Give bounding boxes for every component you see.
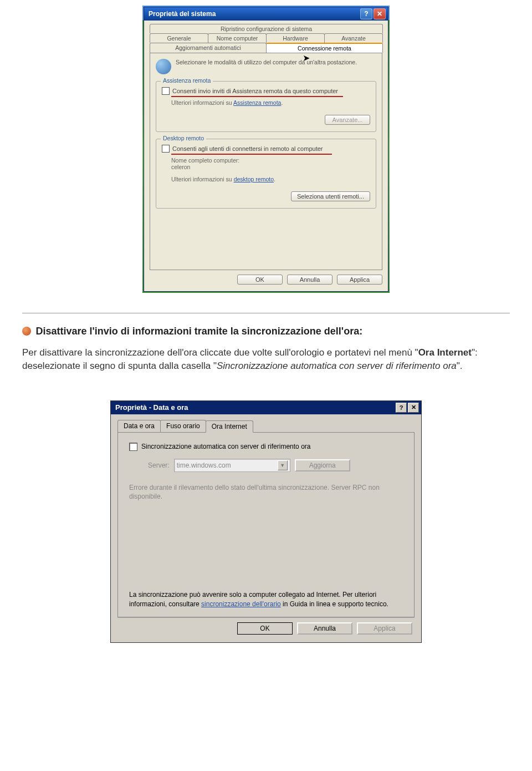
tab-internet-time[interactable]: Ora Internet	[206, 420, 253, 433]
dialog-date-time: Proprietà - Data e ora ? ✕ Data e ora Fu…	[110, 400, 422, 643]
cancel-button[interactable]: Annulla	[297, 622, 352, 635]
tab-system-restore[interactable]: Ripristino configurazione di sistema	[150, 24, 383, 33]
checkbox-remote-assistance[interactable]	[162, 87, 170, 95]
checkbox-label: Consenti invio inviti di Assistenza remo…	[172, 88, 338, 94]
cancel-button[interactable]: Annulla	[287, 275, 332, 285]
computer-name-value: celeron	[171, 164, 370, 170]
screenshot-system-properties: Proprietà del sistema ? ✕ Ripristino con…	[142, 6, 390, 293]
ok-button[interactable]: OK	[237, 622, 293, 635]
tab-computer-name[interactable]: Nome computer	[208, 33, 267, 43]
select-remote-users-button[interactable]: Seleziona utenti remoti...	[291, 191, 370, 201]
bullet-icon	[22, 327, 31, 336]
info-text: Ulteriori informazioni su desktop remoto…	[171, 176, 370, 182]
tab-date-time[interactable]: Data e ora	[117, 420, 161, 432]
update-button[interactable]: Aggiorna	[295, 459, 350, 471]
help-button[interactable]: ?	[360, 8, 372, 19]
footer-text: La sincronizzazione può avvenire solo a …	[129, 590, 403, 609]
checkbox-label: Sincronizzazione automatica con server d…	[141, 443, 310, 450]
paragraph: Per disattivare la sincronizzazione dell…	[22, 346, 510, 373]
error-text: Errore durante il rilevamento dello stat…	[129, 483, 403, 502]
dialog-system-properties: Proprietà del sistema ? ✕ Ripristino con…	[144, 7, 388, 292]
tab-remote-connection[interactable]: Connessione remota	[266, 43, 383, 53]
group-title: Assistenza remota	[161, 77, 213, 84]
tab-panel-internet-time: Sincronizzazione automatica con server d…	[117, 433, 415, 617]
tab-panel-remote: ➤ Selezionare le modalità di utilizzo de…	[150, 53, 382, 270]
apply-button[interactable]: Applica	[357, 622, 412, 635]
window-title: Proprietà - Data e ora	[115, 403, 188, 412]
titlebar: Proprietà del sistema ? ✕	[144, 7, 388, 21]
computer-name-label: Nome completo computer:	[171, 157, 370, 164]
chevron-down-icon: ▼	[278, 460, 288, 470]
checkbox-remote-desktop[interactable]	[162, 145, 170, 153]
close-button[interactable]: ✕	[374, 8, 386, 19]
divider	[22, 313, 510, 313]
annotation-underline	[171, 154, 332, 155]
tab-auto-updates[interactable]: Aggiornamenti automatici	[150, 43, 267, 53]
group-remote-desktop: Desktop remoto Consenti agli utenti di c…	[156, 139, 376, 209]
titlebar: Proprietà - Data e ora ? ✕	[111, 401, 421, 414]
intro-text: Selezionare le modalità di utilizzo del …	[176, 59, 357, 74]
tab-hardware[interactable]: Hardware	[266, 33, 325, 43]
link-remote-desktop[interactable]: desktop remoto	[234, 176, 274, 182]
server-value: time.windows.com	[177, 461, 231, 469]
annotation-underline	[171, 96, 343, 97]
server-label: Server:	[148, 461, 170, 469]
remote-icon	[156, 59, 171, 74]
server-select[interactable]: time.windows.com ▼	[174, 459, 290, 472]
tab-general[interactable]: Generale	[150, 33, 208, 43]
tab-advanced[interactable]: Avanzate	[324, 33, 383, 43]
window-title: Proprietà del sistema	[149, 10, 216, 18]
advanced-button[interactable]: Avanzate...	[325, 115, 370, 125]
apply-button[interactable]: Applica	[337, 275, 382, 285]
help-button[interactable]: ?	[396, 403, 407, 413]
section-heading: Disattivare l'invio di informazioni tram…	[22, 326, 510, 337]
tab-timezone[interactable]: Fuso orario	[160, 420, 206, 432]
link-remote-assistance[interactable]: Assistenza remota	[233, 99, 281, 106]
checkbox-label: Consenti agli utenti di connettersi in r…	[172, 145, 323, 152]
ok-button[interactable]: OK	[237, 275, 283, 285]
close-button[interactable]: ✕	[408, 403, 419, 413]
info-text: Ulteriori informazioni su Assistenza rem…	[171, 99, 370, 106]
group-title: Desktop remoto	[161, 135, 206, 141]
checkbox-auto-sync[interactable]	[129, 443, 137, 451]
group-remote-assistance: Assistenza remota Consenti invio inviti …	[156, 81, 376, 132]
link-time-sync[interactable]: sincronizzazione dell'orario	[201, 600, 281, 608]
